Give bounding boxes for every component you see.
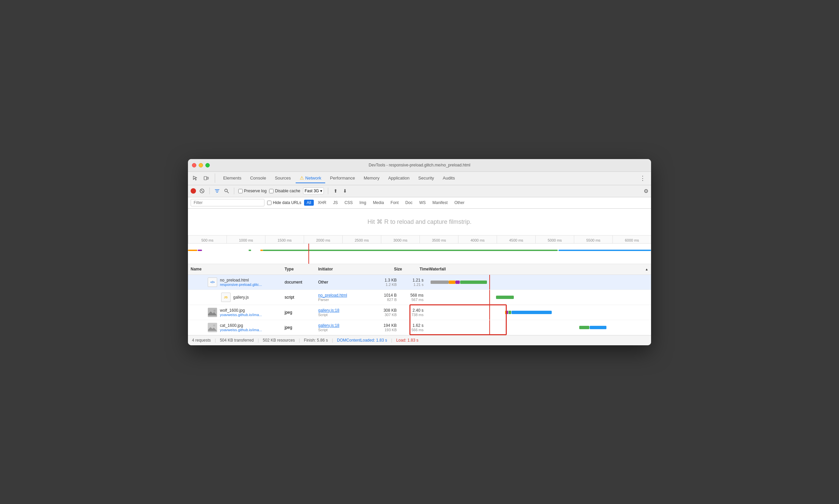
- cell-initiator-0: Other: [316, 275, 369, 290]
- tick-4000ms: 4000 ms: [458, 236, 497, 243]
- header-waterfall[interactable]: Waterfall ▲: [429, 267, 648, 271]
- preserve-log-checkbox[interactable]: [238, 189, 243, 193]
- tab-audits[interactable]: Audits: [439, 174, 459, 183]
- tick-2500ms: 2500 ms: [342, 236, 381, 243]
- fullscreen-button[interactable]: [206, 163, 210, 167]
- disable-cache-checkbox[interactable]: [269, 189, 273, 193]
- initiator-link-1[interactable]: no_preload.html: [318, 293, 367, 298]
- device-icon[interactable]: [201, 174, 211, 183]
- main-area: Hit ⌘ R to reload and capture filmstrip.…: [188, 209, 651, 335]
- close-button[interactable]: [192, 163, 196, 167]
- table-row[interactable]: wolf_1600.jpg yoavweiss.github.io/ima...…: [188, 305, 651, 320]
- sep-4: |: [332, 338, 333, 343]
- traffic-lights: [192, 163, 210, 167]
- tick-5500ms: 5500 ms: [574, 236, 612, 243]
- preserve-log-label[interactable]: Preserve log: [238, 188, 266, 193]
- filter-type-other[interactable]: Other: [452, 200, 467, 206]
- disable-cache-label[interactable]: Disable cache: [269, 188, 300, 193]
- tab-security[interactable]: Security: [414, 174, 438, 183]
- separator-1: [210, 187, 210, 194]
- cell-type-0: document: [282, 275, 316, 290]
- cell-time-3: 1.62 s 566 ms: [399, 320, 426, 335]
- cell-waterfall-0: [426, 275, 651, 290]
- cell-type-3: jpeg: [282, 320, 316, 335]
- sort-icon: ▲: [645, 267, 648, 271]
- table-row[interactable]: </> no_preload.html responsive-preload.g…: [188, 275, 651, 290]
- filter-type-media[interactable]: Media: [370, 200, 387, 206]
- table-row[interactable]: JS gallery.js script no_preload.html Par…: [188, 290, 651, 305]
- devtools-window: DevTools - responsive-preload.glitch.me/…: [188, 159, 651, 345]
- filter-type-css[interactable]: CSS: [342, 200, 355, 206]
- cell-type-2: jpeg: [282, 305, 316, 320]
- sep-3: |: [299, 338, 300, 343]
- status-load: Load: 1.83 s: [396, 338, 418, 343]
- header-name[interactable]: Name: [191, 267, 285, 271]
- export-icon[interactable]: ⬇: [342, 187, 349, 194]
- filter-input[interactable]: [191, 199, 265, 206]
- header-initiator[interactable]: Initiator: [318, 267, 372, 271]
- name-texts-0: no_preload.html responsive-preload.glitc…: [220, 278, 262, 287]
- timeline-bars: [188, 244, 651, 264]
- initiator-link-2[interactable]: gallery.js:18: [318, 308, 367, 313]
- search-icon[interactable]: [223, 187, 230, 194]
- status-finish: Finish: 5.86 s: [304, 338, 328, 343]
- filmstrip-message: Hit ⌘ R to reload and capture filmstrip.: [368, 218, 471, 226]
- import-icon[interactable]: ⬆: [332, 187, 339, 194]
- table-row[interactable]: cat_1600.jpg yoavweiss.github.io/ima... …: [188, 320, 651, 335]
- file-domain-2: yoavweiss.github.io/ima...: [220, 313, 262, 317]
- filter-type-all[interactable]: All: [304, 200, 314, 206]
- svg-line-3: [201, 190, 203, 192]
- name-texts-3: cat_1600.jpg yoavweiss.github.io/ima...: [220, 323, 262, 332]
- tab-elements[interactable]: Elements: [219, 174, 245, 183]
- tick-1000ms: 1000 ms: [227, 236, 265, 243]
- header-type[interactable]: Type: [285, 267, 318, 271]
- tab-console[interactable]: Console: [246, 174, 270, 183]
- header-time[interactable]: Time: [402, 267, 429, 271]
- table-header: Name Type Initiator Size Time Waterfall …: [188, 264, 651, 275]
- timeline-ruler: 500 ms 1000 ms 1500 ms 2000 ms 2500 ms 3…: [188, 236, 651, 244]
- filter-type-js[interactable]: JS: [330, 200, 340, 206]
- hide-data-urls-label[interactable]: Hide data URLs: [267, 200, 301, 205]
- cell-size-2: 308 KB 307 KB: [369, 305, 399, 320]
- tick-6000ms: 6000 ms: [612, 236, 651, 243]
- cell-initiator-2: gallery.js:18 Script: [316, 305, 369, 320]
- filter-type-manifest[interactable]: Manifest: [430, 200, 450, 206]
- file-icon-doc: </>: [208, 277, 217, 287]
- tab-network[interactable]: ⚠ Network: [296, 173, 325, 183]
- tab-sources[interactable]: Sources: [271, 174, 295, 183]
- tick-3000ms: 3000 ms: [381, 236, 420, 243]
- svg-rect-1: [207, 177, 209, 179]
- initiator-link-3[interactable]: gallery.js:18: [318, 323, 367, 328]
- timeline-ticks: 500 ms 1000 ms 1500 ms 2000 ms 2500 ms 3…: [188, 236, 651, 243]
- filter-type-xhr[interactable]: XHR: [315, 200, 329, 206]
- cell-type-1: script: [282, 290, 316, 305]
- status-requests: 4 requests: [192, 338, 211, 343]
- sep-1: |: [215, 338, 216, 343]
- record-button[interactable]: [191, 188, 196, 194]
- cell-time-0: 1.21 s 1.21 s: [399, 275, 426, 290]
- tab-application[interactable]: Application: [384, 174, 414, 183]
- status-bar: 4 requests | 504 KB transferred | 502 KB…: [188, 335, 651, 345]
- filter-types: All XHR JS CSS Img Media Font Doc WS Man…: [304, 200, 467, 206]
- hide-data-urls-checkbox[interactable]: [267, 201, 271, 205]
- more-tabs-icon[interactable]: ⋮: [637, 175, 648, 182]
- settings-icon[interactable]: ⚙: [644, 188, 648, 194]
- tab-performance[interactable]: Performance: [326, 174, 359, 183]
- filter-icon[interactable]: [214, 187, 220, 194]
- throttle-select[interactable]: Fast 3G ▾: [303, 187, 324, 194]
- filter-type-img[interactable]: Img: [357, 200, 369, 206]
- svg-rect-0: [204, 177, 207, 180]
- window-title: DevTools - responsive-preload.glitch.me/…: [369, 163, 470, 167]
- file-name-3: cat_1600.jpg: [220, 323, 262, 328]
- minimize-button[interactable]: [199, 163, 203, 167]
- tab-memory[interactable]: Memory: [360, 174, 383, 183]
- inspect-icon[interactable]: [191, 174, 200, 183]
- filter-type-doc[interactable]: Doc: [403, 200, 415, 206]
- filter-type-ws[interactable]: WS: [416, 200, 428, 206]
- filter-type-font[interactable]: Font: [388, 200, 401, 206]
- header-size[interactable]: Size: [372, 267, 402, 271]
- cell-size-3: 194 KB 193 KB: [369, 320, 399, 335]
- tick-3500ms: 3500 ms: [420, 236, 458, 243]
- clear-button[interactable]: [199, 187, 206, 194]
- svg-rect-6: [208, 308, 217, 317]
